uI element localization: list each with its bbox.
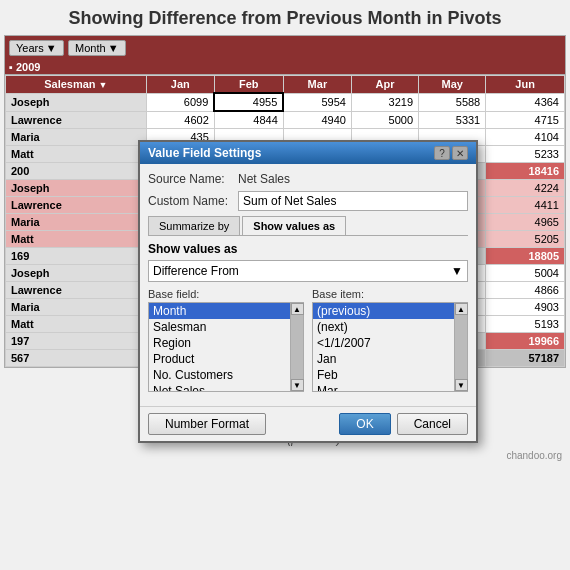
salesman-cell: Matt [6, 231, 147, 248]
tab-summarize-by[interactable]: Summarize by [148, 216, 240, 235]
base-item-listbox-container: (previous) (next) <1/1/2007 Jan Feb Mar … [312, 302, 468, 392]
chandoo-credit: chandoo.org [0, 450, 570, 461]
source-name-row: Source Name: Net Sales [148, 172, 468, 186]
salesman-cell: Lawrence [6, 197, 147, 214]
source-name-label: Source Name: [148, 172, 238, 186]
scroll-up-arrow[interactable]: ▲ [291, 303, 304, 315]
custom-name-input[interactable] [238, 191, 468, 211]
base-field-label: Base field: [148, 288, 304, 300]
listbox-item-region[interactable]: Region [149, 335, 290, 351]
col-header-apr: Apr [351, 76, 418, 94]
tab-show-values-as[interactable]: Show values as [242, 216, 346, 235]
custom-name-label: Custom Name: [148, 194, 238, 208]
years-dropdown-icon: ▼ [46, 42, 57, 54]
show-values-dropdown-arrow: ▼ [451, 264, 463, 278]
scroll-down-arrow-item[interactable]: ▼ [455, 379, 468, 391]
col-header-feb: Feb [214, 76, 283, 94]
salesman-cell: Joseph [6, 180, 147, 197]
month-filter-btn[interactable]: Month ▼ [68, 40, 125, 56]
value-field-settings-dialog: Value Field Settings ? ✕ Source Name: Ne… [138, 140, 478, 443]
years-label: Years [16, 42, 44, 54]
table-row: Lawrence 4602 4844 4940 5000 5331 4715 [6, 111, 565, 129]
salesman-cell: Matt [6, 316, 147, 333]
dialog-title: Value Field Settings [148, 146, 261, 160]
col-header-salesman: Salesman ▼ [6, 76, 147, 94]
dialog-help-btn[interactable]: ? [434, 146, 450, 160]
month-dropdown-icon: ▼ [108, 42, 119, 54]
salesman-cell: Lawrence [6, 282, 147, 299]
page-title: Showing Difference from Previous Month i… [0, 0, 570, 35]
dialog-titlebar: Value Field Settings ? ✕ [140, 142, 476, 164]
base-item-col: Base item: (previous) (next) <1/1/2007 J… [312, 288, 468, 392]
scroll-down-arrow[interactable]: ▼ [291, 379, 304, 391]
listbox-item-mar[interactable]: Mar [313, 383, 454, 391]
show-values-dropdown[interactable]: Difference From ▼ [148, 260, 468, 282]
listbox-item-feb[interactable]: Feb [313, 367, 454, 383]
base-item-scrollbar: ▲ ▼ [454, 303, 467, 391]
col-header-mar: Mar [283, 76, 351, 94]
year-value: ▪ 2009 [9, 61, 40, 73]
dialog-close-btn[interactable]: ✕ [452, 146, 468, 160]
salesman-cell: Joseph [6, 93, 147, 111]
custom-name-row: Custom Name: [148, 191, 468, 211]
salesman-cell: Joseph [6, 265, 147, 282]
dialog-footer: Number Format OK Cancel [140, 406, 476, 441]
col-header-jun: Jun [486, 76, 565, 94]
total-label: 567 [6, 350, 147, 367]
scroll-up-arrow-item[interactable]: ▲ [455, 303, 468, 315]
salesman-cell: Maria [6, 129, 147, 146]
month-label: Month [75, 42, 106, 54]
base-field-scrollbar: ▲ ▼ [290, 303, 303, 391]
table-row: Joseph 6099 4955 5954 3219 5588 4364 [6, 93, 565, 111]
listbox-item-product[interactable]: Product [149, 351, 290, 367]
scroll-thumb-item [455, 315, 467, 379]
base-item-label: Base item: [312, 288, 468, 300]
subtotal-label: 197 [6, 333, 147, 350]
salesman-cell: Maria [6, 214, 147, 231]
source-name-value: Net Sales [238, 172, 290, 186]
base-field-listbox[interactable]: Month Salesman Region Product No. Custom… [149, 303, 290, 391]
listbox-item-previous[interactable]: (previous) [313, 303, 454, 319]
salesman-cell: Maria [6, 299, 147, 316]
salesman-cell: Matt [6, 146, 147, 163]
dialog-body: Source Name: Net Sales Custom Name: Summ… [140, 164, 476, 406]
ok-button[interactable]: OK [339, 413, 390, 435]
listbox-item-date[interactable]: <1/1/2007 [313, 335, 454, 351]
cancel-button[interactable]: Cancel [397, 413, 468, 435]
subtotal-label: 200 [6, 163, 147, 180]
salesman-cell: Lawrence [6, 111, 147, 129]
col-header-jan: Jan [146, 76, 214, 94]
listbox-item-month[interactable]: Month [149, 303, 290, 319]
col-header-may: May [419, 76, 486, 94]
show-values-as-label: Show values as [148, 242, 468, 256]
years-filter-btn[interactable]: Years ▼ [9, 40, 64, 56]
scroll-thumb [291, 315, 303, 379]
tab-row: Summarize by Show values as [148, 216, 468, 236]
subtotal-label: 169 [6, 248, 147, 265]
page-wrapper: Showing Difference from Previous Month i… [0, 0, 570, 570]
listbox-item-net-sales[interactable]: Net Sales [149, 383, 290, 391]
show-values-dropdown-value: Difference From [153, 264, 239, 278]
base-field-listbox-container: Month Salesman Region Product No. Custom… [148, 302, 304, 392]
number-format-button[interactable]: Number Format [148, 413, 266, 435]
base-fields-row: Base field: Month Salesman Region Produc… [148, 288, 468, 392]
listbox-item-jan[interactable]: Jan [313, 351, 454, 367]
dialog-titlebar-buttons: ? ✕ [434, 146, 468, 160]
listbox-item-no-customers[interactable]: No. Customers [149, 367, 290, 383]
base-item-listbox[interactable]: (previous) (next) <1/1/2007 Jan Feb Mar [313, 303, 454, 391]
toolbar-row: Years ▼ Month ▼ [5, 36, 565, 60]
listbox-item-next[interactable]: (next) [313, 319, 454, 335]
base-field-col: Base field: Month Salesman Region Produc… [148, 288, 304, 392]
listbox-item-salesman[interactable]: Salesman [149, 319, 290, 335]
